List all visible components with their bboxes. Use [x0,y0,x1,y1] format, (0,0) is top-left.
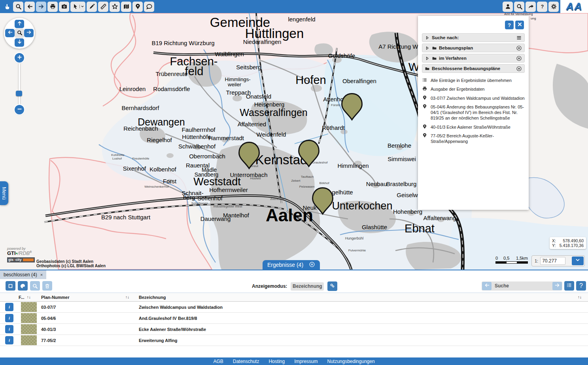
search-for[interactable]: Suche nach: [422,33,525,42]
print-button[interactable] [47,2,58,12]
share-button[interactable] [526,2,536,12]
item-text: 77-05/2 Bereich Auguste-Keßler-Straße/Ap… [431,133,525,144]
sort-color-icon[interactable]: ↑↓ [27,295,31,299]
result-item[interactable]: 05-04/6 Änderung des Bebauungsplanes Nr.… [421,103,526,123]
map-marker-pin[interactable] [340,92,363,123]
measure-button[interactable] [98,2,108,12]
select-rows-button[interactable] [6,281,15,291]
markers-button[interactable] [132,2,143,12]
zoom-to-selection-button[interactable] [30,281,40,291]
tab-close-icon[interactable]: × [40,272,43,277]
pan-up-button[interactable] [15,20,24,28]
expander-triangle-icon[interactable] [425,35,430,40]
color-palette-button[interactable] [18,281,28,291]
draw-button[interactable] [87,2,97,12]
table-row[interactable]: i40-01/3Ecke Aalener Straße/Wöhrstraße [0,324,588,335]
tab-beschlossen[interactable]: beschlossen (4) × [0,270,46,279]
history-back-button[interactable] [25,2,35,12]
plan-number: 40-01/3 [41,327,56,332]
result-item[interactable]: 77-05/2 Bereich Auguste-Keßler-Straße/Ap… [421,131,526,146]
remove-layer-icon[interactable] [516,45,522,51]
results-table: F...↑↓ Plan-Nummer↑↓ Bezeichnung↑↓ i03-0… [0,293,588,346]
table-search-input[interactable] [492,282,552,290]
sort-name-icon[interactable]: ↑↓ [578,295,582,299]
remove-layer-icon[interactable] [516,66,522,72]
chevron-down-icon [575,257,580,264]
settings-button[interactable] [548,2,559,12]
expander-triangle-icon[interactable] [425,46,430,51]
zoom-slider-handle[interactable] [16,91,22,96]
delete-button[interactable] [42,281,52,291]
layer-rows: Suche nach:Bebauungsplanim VerfahrenBesc… [422,33,525,74]
search-next-button[interactable] [552,282,562,290]
map-marker-pin[interactable] [297,139,320,169]
user-account-button[interactable] [503,2,513,12]
layer-beschlossene-bebauungsplaene[interactable]: Beschlossene Bebauungspläne [422,64,525,73]
list-view-button[interactable] [564,281,574,291]
result-item[interactable]: 40-01/3 Ecke Aalener Straße/Wöhrstraße [421,123,526,131]
results-map-tab[interactable]: Ergebnisse (4) [263,260,320,270]
folder-icon [432,46,437,51]
close-circle-icon[interactable] [309,261,315,269]
table-row[interactable]: i77-05/2Erweiterung Alfing [0,335,588,346]
layer-im-verfahren[interactable]: im Verfahren [422,54,525,63]
sort-plan-icon[interactable]: ↑↓ [125,295,129,299]
panel-help-button[interactable]: ? [505,21,514,29]
table-search-group [482,281,562,291]
tab-label: beschlossen (4) [4,272,37,278]
action-item[interactable]: Alle Einträge in Ergebnisliste übernehme… [421,76,526,85]
panel-close-button[interactable] [515,21,524,29]
search-prev-button[interactable] [482,282,492,290]
history-forward-button[interactable] [36,2,46,12]
footer-link-hosting[interactable]: Hosting [268,359,285,364]
footer-link-nutzungsbedingungen[interactable]: Nutzungsbedingungen [327,359,374,364]
scale-prefix: 1: [535,259,538,263]
pan-right-button[interactable] [24,29,34,37]
zoom-in-button[interactable] [15,53,24,63]
anzeigemodus-select[interactable]: Bezeichnung [291,282,324,291]
zoom-box-button[interactable] [13,2,23,12]
favorites-button[interactable] [110,2,120,12]
zoom-out-button[interactable] [15,105,24,114]
result-item[interactable]: 03-07/7 Zwischen Waldcampus und Waldstad… [421,94,526,103]
gear-icon [550,3,557,10]
feedback-button[interactable] [144,2,154,12]
pan-left-button[interactable] [5,29,15,37]
map-marker-pin[interactable] [238,141,261,171]
list-icon [422,77,428,83]
footer-link-agb[interactable]: AGB [213,359,223,364]
layer-bebauungsplan[interactable]: Bebauungsplan [422,44,525,52]
info-button[interactable]: i [5,336,13,344]
hand-pointer-icon [4,3,10,10]
menu-tab[interactable]: Menü [0,181,8,205]
info-button[interactable]: i [5,303,13,311]
display-settings-button[interactable] [327,281,337,291]
arrow-right-icon [554,282,560,290]
pan-down-button[interactable] [15,38,24,47]
zoom-rect-button[interactable] [15,29,24,38]
expander-triangle-icon[interactable] [425,56,430,61]
info-button[interactable]: i [5,325,13,333]
map-marker-pin[interactable] [311,186,334,217]
layer-row-label: Suche nach: [432,35,459,40]
chevron-down-icon[interactable] [79,5,84,8]
scale-dropdown-button[interactable] [572,257,584,265]
pan-tool-button[interactable] [2,2,12,12]
screenshot-button[interactable] [59,2,69,12]
select-tool-button[interactable] [70,2,85,12]
action-item[interactable]: Ausgabe der Ergebnisdaten [421,85,526,93]
table-row[interactable]: i05-04/6And.Grauleshof IV Ber.819/8 [0,313,588,324]
search-button[interactable] [514,2,524,12]
footer-link-datenschutz[interactable]: Datenschutz [233,359,259,364]
info-button[interactable]: i [5,314,13,322]
map-themes-button[interactable] [121,2,131,12]
menu-icon[interactable] [516,35,522,41]
table-row[interactable]: i03-07/7Zwischen Waldcampus und Waldstad… [0,302,588,313]
help-button[interactable]: ? [537,2,547,12]
table-help-button[interactable]: ? [576,281,586,291]
scale-input[interactable] [540,257,565,265]
zoom-slider-track[interactable] [19,63,20,106]
footer-link-impressum[interactable]: Impressum [294,359,318,364]
remove-layer-icon[interactable] [516,55,522,61]
magnifier-icon [32,283,38,289]
